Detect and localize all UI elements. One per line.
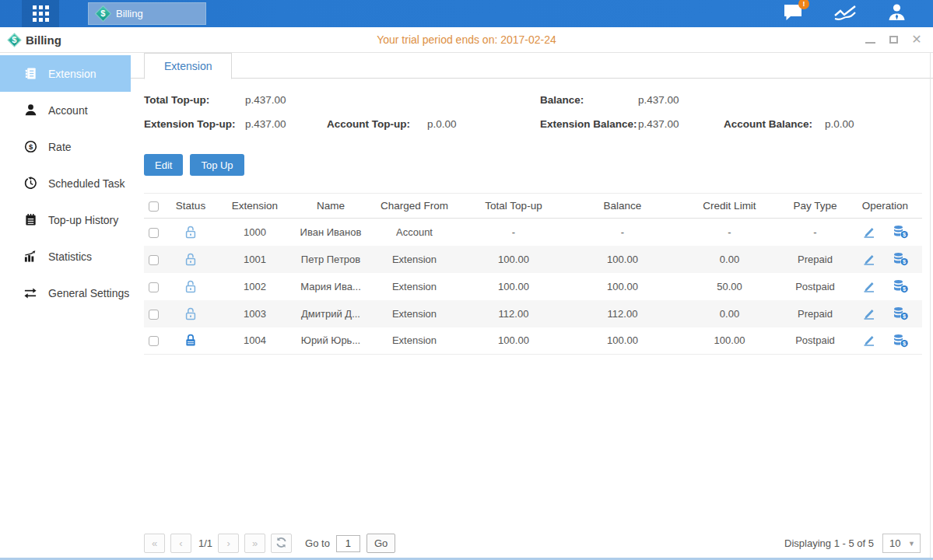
column-header-operation: Operation xyxy=(848,194,922,219)
sidebar-item-rate[interactable]: $ Rate xyxy=(0,128,131,165)
lock-closed-icon xyxy=(184,334,197,347)
taskbar-item-billing[interactable]: $ Billing xyxy=(88,2,206,25)
table-row: 1002 Мария Ива... Extension 100.00 100.0… xyxy=(144,273,922,300)
pagination-bar: « ‹ 1/1 › » Go to Go Displaying 1 - 5 of… xyxy=(144,534,921,553)
row-checkbox[interactable] xyxy=(149,255,159,265)
tab-extension[interactable]: Extension xyxy=(144,53,232,79)
extension-cell: 1002 xyxy=(218,273,292,300)
column-header-status: Status xyxy=(163,194,218,219)
balance-cell: 112.00 xyxy=(568,300,677,327)
column-header-extension: Extension xyxy=(218,194,292,219)
sidebar-item-account[interactable]: Account xyxy=(0,92,131,128)
resource-monitor-button[interactable] xyxy=(833,4,858,24)
user-icon xyxy=(887,3,907,25)
topup-icon[interactable]: $ xyxy=(893,252,909,266)
close-button[interactable]: ✕ xyxy=(911,34,922,45)
prev-page-button[interactable]: ‹ xyxy=(170,534,191,553)
goto-page-input[interactable] xyxy=(336,535,360,552)
extension-cell: 1003 xyxy=(218,300,292,327)
extension-cell: 1000 xyxy=(218,219,292,246)
balance-label: Balance: xyxy=(540,94,584,106)
sidebar-item-top-up-history[interactable]: Top-up History xyxy=(0,201,131,238)
notifications-button[interactable]: ! xyxy=(783,3,804,25)
window-title: Billing xyxy=(26,33,61,47)
table-row: 1000 Иван Иванов Account - - - - $ xyxy=(144,219,922,246)
select-all-checkbox[interactable] xyxy=(149,201,159,212)
total-topup-cell: 100.00 xyxy=(459,327,568,355)
refresh-button[interactable] xyxy=(271,534,292,553)
edit-icon[interactable] xyxy=(861,226,876,239)
last-page-button[interactable]: » xyxy=(244,534,265,553)
credit-limit-cell: 50.00 xyxy=(677,273,782,300)
table-row: 1001 Петр Петров Extension 100.00 100.00… xyxy=(144,246,922,273)
sidebar-item-extension[interactable]: Extension xyxy=(0,55,131,92)
first-page-button[interactable]: « xyxy=(144,534,165,553)
row-checkbox[interactable] xyxy=(149,336,159,346)
edit-button[interactable]: Edit xyxy=(144,154,183,176)
edit-icon[interactable] xyxy=(861,280,876,293)
extension-balance-label: Extension Balance: xyxy=(540,118,637,130)
charged-from-cell: Extension xyxy=(370,327,459,355)
topup-icon[interactable]: $ xyxy=(893,306,909,320)
name-cell: Юрий Юрь... xyxy=(292,327,370,355)
sidebar-item-scheduled-task[interactable]: Scheduled Task xyxy=(0,165,131,201)
topup-icon[interactable]: $ xyxy=(893,334,909,348)
window-controls: ✕ xyxy=(865,34,922,45)
go-button[interactable]: Go xyxy=(367,534,395,553)
top-taskbar: $ Billing ! xyxy=(0,0,933,27)
topbar-icons: ! xyxy=(783,0,907,27)
window-titlebar: $ Billing Your trial period ends on: 201… xyxy=(0,27,933,53)
extension-icon xyxy=(23,67,38,80)
general-settings-icon xyxy=(23,287,38,299)
account-topup-label: Account Top-up: xyxy=(327,118,410,130)
credit-limit-cell: 0.00 xyxy=(677,246,782,273)
sidebar-item-statistics[interactable]: Statistics xyxy=(0,238,131,275)
charged-from-cell: Account xyxy=(370,219,459,246)
sidebar-item-general-settings[interactable]: General Settings xyxy=(0,275,131,311)
app-grid-button[interactable] xyxy=(22,0,59,27)
extension-cell: 1004 xyxy=(218,327,292,355)
row-checkbox[interactable] xyxy=(149,228,159,238)
page-indicator: 1/1 xyxy=(198,537,212,549)
column-header-charged-from: Charged From xyxy=(370,194,459,219)
lock-open-icon xyxy=(184,253,197,266)
row-checkbox[interactable] xyxy=(149,282,159,292)
top-up-button[interactable]: Top Up xyxy=(190,154,244,176)
lock-open-icon xyxy=(184,307,197,320)
account-icon xyxy=(23,103,38,117)
minimize-button[interactable] xyxy=(865,34,875,45)
action-buttons: Edit Top Up xyxy=(131,154,933,176)
apps-grid-icon xyxy=(33,5,49,22)
tab-strip: Extension xyxy=(131,53,933,79)
next-page-button[interactable]: › xyxy=(218,534,239,553)
user-account-button[interactable] xyxy=(887,3,907,25)
topup-icon[interactable]: $ xyxy=(893,225,909,239)
table-header-row: StatusExtensionNameCharged FromTotal Top… xyxy=(144,194,922,219)
pay-type-cell: Prepaid xyxy=(782,300,848,327)
charged-from-cell: Extension xyxy=(370,246,459,273)
total-topup-value: p.437.00 xyxy=(245,94,286,106)
balance-summary: Total Top-up: p.437.00 Balance: p.437.00… xyxy=(131,79,933,150)
table-row: 1004 Юрий Юрь... Extension 100.00 100.00… xyxy=(144,327,922,355)
column-header-total-top-up: Total Top-up xyxy=(459,194,568,219)
page-size-select[interactable]: 10 ▼ xyxy=(882,534,921,553)
row-checkbox[interactable] xyxy=(149,310,159,320)
edit-icon[interactable] xyxy=(861,334,876,347)
taskbar-item-label: Billing xyxy=(116,8,143,19)
credit-limit-cell: 100.00 xyxy=(677,327,782,355)
edit-icon[interactable] xyxy=(861,307,876,320)
pay-type-cell: - xyxy=(782,219,848,246)
extension-topup-label: Extension Top-up: xyxy=(144,118,236,130)
extension-cell: 1001 xyxy=(218,246,292,273)
charged-from-cell: Extension xyxy=(370,273,459,300)
displaying-text: Displaying 1 - 5 of 5 xyxy=(784,537,874,549)
window-body: Extension Account $ Rate Scheduled Task … xyxy=(0,53,933,560)
column-header-name: Name xyxy=(292,194,370,219)
edit-icon[interactable] xyxy=(861,253,876,266)
total-topup-cell: 100.00 xyxy=(459,246,568,273)
extensions-table: StatusExtensionNameCharged FromTotal Top… xyxy=(144,193,922,355)
maximize-button[interactable] xyxy=(888,34,899,45)
extension-balance-value: p.437.00 xyxy=(638,118,679,130)
name-cell: Мария Ива... xyxy=(292,273,370,300)
topup-icon[interactable]: $ xyxy=(893,279,909,293)
